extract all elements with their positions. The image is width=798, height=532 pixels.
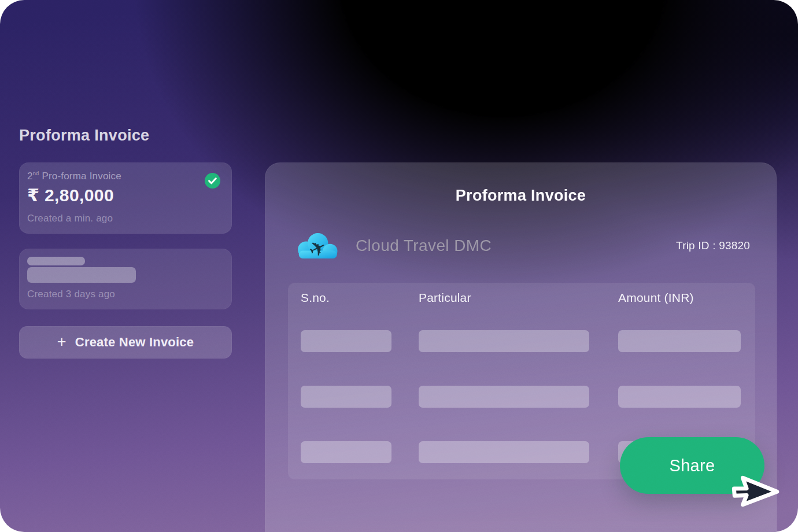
- page-title: Proforma Invoice: [19, 127, 149, 145]
- column-header-sno: S.no.: [301, 291, 330, 305]
- invoice-ordinal-number: 2: [27, 171, 33, 182]
- invoice-panel-title: Proforma Invoice: [265, 187, 776, 205]
- invoice-card-label: 2nd Pro-forma Invoice: [27, 171, 121, 182]
- brand-row: ✈ Cloud Travel DMC Trip ID : 93820: [292, 230, 750, 261]
- skeleton-bar: [27, 257, 85, 265]
- skeleton-bar: [419, 330, 589, 352]
- skeleton-bar: [301, 441, 391, 463]
- table-row: [288, 386, 755, 408]
- table-row: [288, 330, 755, 352]
- company-name: Cloud Travel DMC: [356, 237, 492, 255]
- skeleton-bar: [301, 386, 391, 408]
- plus-icon: +: [57, 334, 66, 350]
- skeleton-bar: [419, 441, 589, 463]
- skeleton-bar: [618, 386, 741, 408]
- column-header-amount: Amount (INR): [618, 291, 694, 305]
- create-new-invoice-button[interactable]: + Create New Invoice: [19, 326, 232, 359]
- invoice-created-timestamp: Created a min. ago: [27, 213, 113, 224]
- app-screen: Proforma Invoice 2nd Pro-forma Invoice ₹…: [0, 0, 798, 532]
- invoice-label-text: Pro-forma Invoice: [39, 171, 121, 182]
- invoice-ordinal-suffix: nd: [33, 171, 39, 176]
- cloud-plane-logo: ✈: [292, 230, 342, 261]
- skeleton-bar: [301, 330, 391, 352]
- column-header-particular: Particular: [419, 291, 471, 305]
- skeleton-bar: [618, 330, 741, 352]
- invoice-created-timestamp: Created 3 days ago: [27, 289, 115, 300]
- skeleton-bar: [27, 267, 136, 283]
- check-icon: [205, 173, 220, 189]
- share-button[interactable]: Share: [620, 437, 764, 494]
- invoice-card-placeholder[interactable]: Created 3 days ago: [19, 249, 232, 309]
- invoice-amount: ₹ 2,80,000: [27, 185, 114, 205]
- skeleton-bar: [419, 386, 589, 408]
- create-new-invoice-label: Create New Invoice: [75, 335, 194, 350]
- share-button-label: Share: [670, 456, 715, 475]
- trip-id-label: Trip ID : 93820: [676, 239, 750, 252]
- invoice-card-selected[interactable]: 2nd Pro-forma Invoice ₹ 2,80,000 Created…: [19, 162, 232, 234]
